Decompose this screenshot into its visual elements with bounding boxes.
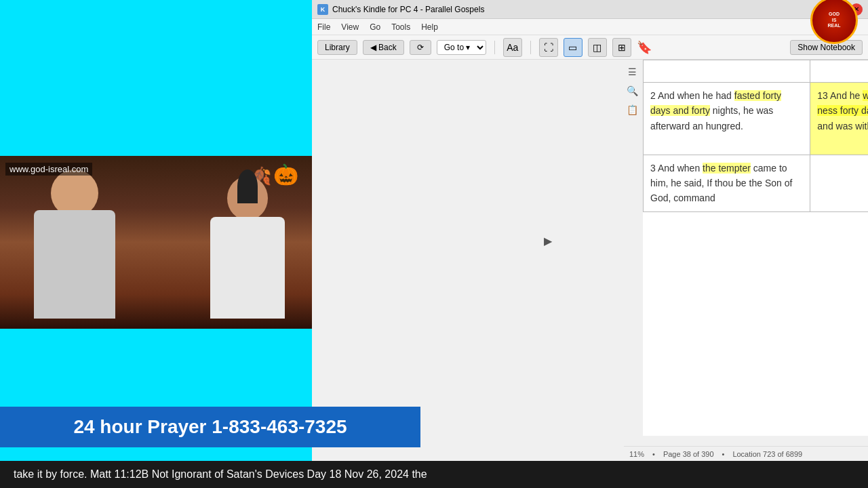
logo-overlay: GOD IS REAL <box>800 0 868 41</box>
sidebar-notes-icon[interactable]: 📋 <box>625 103 639 117</box>
cell-2-1: 3 And when the tempter came to him, he s… <box>644 155 810 211</box>
menu-bar: File View Go Tools Help <box>312 19 868 35</box>
single-page-button[interactable]: ▭ <box>564 38 583 57</box>
left-sidebar: ☰ 🔍 📋 <box>624 60 640 122</box>
zoom-level: 11% <box>629 450 644 458</box>
sidebar-search-icon[interactable]: 🔍 <box>625 84 639 98</box>
separator-dot-2: • <box>722 450 725 458</box>
cell-2-2 <box>810 155 868 211</box>
grid-view-button[interactable]: ⊞ <box>612 38 631 57</box>
menu-tools[interactable]: Tools <box>391 22 410 32</box>
content-area: Spirit into the wilderness, 2 And when h… <box>643 60 868 436</box>
webcam-area: 🎃 🍂 www.god-isreal.com <box>0 0 312 407</box>
webcam-website-label: www.god-isreal.com <box>5 163 92 176</box>
table-row-0: Spirit into the wilderness, <box>644 60 869 83</box>
title-bar: K Chuck's Kindle for PC 4 - Parallel Gos… <box>312 0 868 19</box>
scroll-right-arrow[interactable]: ▶ <box>541 230 555 251</box>
ticker-text: take it by force. Matt 11:12B Not Ignora… <box>0 468 427 481</box>
cell-0-1 <box>644 60 810 83</box>
logo-circle: GOD IS REAL <box>810 0 858 44</box>
two-page-button[interactable]: ◫ <box>588 38 607 57</box>
prayer-banner: 24 hour Prayer 1-833-463-7325 <box>0 407 420 447</box>
sidebar-toc-icon[interactable]: ☰ <box>625 65 639 79</box>
cell-1-1: 2 And when he had fasted forty days and … <box>644 83 810 155</box>
bookmark-icon[interactable]: 🔖 <box>637 40 652 55</box>
menu-view[interactable]: View <box>341 22 359 32</box>
logo-text: GOD IS REAL <box>827 12 840 28</box>
ticker-bar: take it by force. Matt 11:12B Not Ignora… <box>0 461 868 488</box>
cell-0-2 <box>810 60 868 83</box>
goto-dropdown[interactable]: Go to ▾ <box>437 40 486 55</box>
status-bar: 11% • Page 38 of 390 • Location 723 of 6… <box>624 446 868 461</box>
fullscreen-button[interactable]: ⛶ <box>539 38 558 57</box>
library-button[interactable]: Library <box>317 40 357 55</box>
toolbar-separator-2 <box>530 41 531 54</box>
prayer-banner-text: 24 hour Prayer 1-833-463-7325 <box>73 416 347 438</box>
toolbar: Library ◀ Back ⟳ Go to ▾ Aa ⛶ ▭ ◫ ⊞ 🔖 Sh… <box>312 35 868 60</box>
toolbar-separator-1 <box>494 41 495 54</box>
app-title: Chuck's Kindle for PC 4 - Parallel Gospe… <box>332 5 484 14</box>
webcam-feed: 🎃 🍂 <box>0 156 312 329</box>
menu-file[interactable]: File <box>317 22 330 32</box>
cell-1-2: 13 And he was there in the wilder-ness f… <box>810 83 868 155</box>
parallel-gospels-table: Spirit into the wilderness, 2 And when h… <box>643 60 868 212</box>
font-button[interactable]: Aa <box>503 38 522 57</box>
refresh-button[interactable]: ⟳ <box>410 40 431 55</box>
table-row-2: 3 And when the tempter came to him, he s… <box>644 155 869 211</box>
menu-help[interactable]: Help <box>421 22 438 32</box>
kindle-icon: K <box>317 4 328 15</box>
separator-dot: • <box>652 450 655 458</box>
page-indicator: Page 38 of 390 <box>663 450 714 458</box>
location-indicator: Location 723 of 6899 <box>732 450 802 458</box>
table-row-1: 2 And when he had fasted forty days and … <box>644 83 869 155</box>
back-button[interactable]: ◀ Back <box>363 40 404 55</box>
menu-go[interactable]: Go <box>370 22 380 32</box>
